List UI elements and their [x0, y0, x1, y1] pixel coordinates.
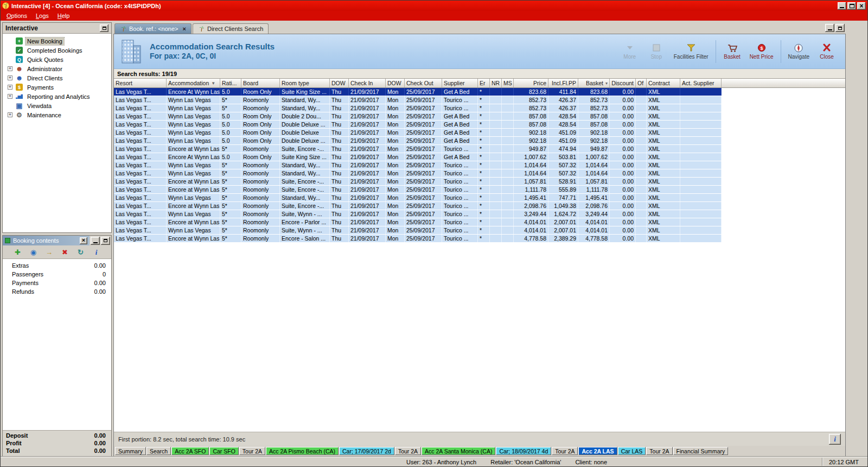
table-row-8[interactable]: Las Vegas T...Encore at Wynn Las ...5*Ro…	[114, 145, 722, 153]
column-header-board-3[interactable]: Board	[241, 79, 280, 87]
bottom-tab-acc-2a-sfo[interactable]: Acc 2A SFO	[171, 447, 209, 455]
column-header-contract-18[interactable]: Contract	[647, 79, 680, 87]
table-row-14[interactable]: Las Vegas T...Wynn Las Vegas5*RoomonlySt…	[114, 194, 722, 202]
sidebar-item-direct-clients[interactable]: +☻Direct Clients	[3, 73, 111, 83]
delete-icon[interactable]: ✖	[60, 247, 70, 257]
menu-item-logs[interactable]: Logs	[31, 12, 53, 20]
table-row-6[interactable]: Las Vegas T...Wynn Las Vegas5.0Room Only…	[114, 129, 722, 137]
bottom-tab-car-sfo[interactable]: Car SFO	[209, 447, 238, 455]
column-header-room-type-4[interactable]: Room type	[280, 79, 330, 87]
close-button[interactable]: ×	[857, 2, 866, 10]
close-booking-panel-button[interactable]: ×	[80, 237, 87, 244]
globe-icon[interactable]: ◉	[29, 247, 39, 257]
table-row-18[interactable]: Las Vegas T...Wynn Las Vegas5*RoomonlySu…	[114, 226, 722, 235]
mdi-restore-button[interactable]	[835, 24, 845, 32]
bottom-tab-car-17-09-2017-2d[interactable]: Car; 17/09/2017 2d	[339, 447, 394, 455]
table-row-12[interactable]: Las Vegas T...Encore at Wynn Las ...5*Ro…	[114, 178, 722, 186]
tab-book-ref-none[interactable]: Book. ref.: <none>×	[114, 23, 192, 34]
column-header-act-supplier-19[interactable]: Act. Supplier	[680, 79, 722, 87]
nett-price-button[interactable]: $Nett Price	[747, 41, 776, 61]
minimize-button[interactable]	[838, 2, 846, 10]
column-header-er-10[interactable]: Er	[478, 79, 490, 87]
booking-content-row-payments[interactable]: Payments0.00	[3, 279, 111, 287]
bottom-tab-summary[interactable]: Summary	[115, 447, 146, 455]
expand-icon[interactable]: +	[8, 75, 12, 80]
refresh-icon[interactable]: ↻	[76, 247, 86, 257]
column-header-incl-fl-pp-14[interactable]: Incl.Fl.PP	[548, 79, 578, 87]
bottom-tab-financial-summary[interactable]: Financial Summary	[673, 447, 729, 455]
bottom-tab-tour-2a[interactable]: Tour 2A	[552, 447, 578, 455]
column-header-of-17[interactable]: Of	[636, 79, 647, 87]
booking-content-row-refunds[interactable]: Refunds0.00	[3, 287, 111, 296]
close-button[interactable]: Close	[815, 41, 839, 61]
column-header-rati-2[interactable]: Rati...	[220, 79, 241, 87]
expand-icon[interactable]: +	[8, 66, 12, 71]
column-header-accommodation-1[interactable]: Accommodation▼	[167, 79, 220, 87]
expand-icon[interactable]: +	[8, 112, 12, 117]
sidebar-item-completed-bookings[interactable]: ✓Completed Bookings	[3, 46, 111, 55]
restore-booking-panel-button[interactable]	[101, 237, 110, 245]
bottom-tab-acc-2a-las[interactable]: Acc 2A LAS	[578, 447, 617, 455]
booking-content-row-passengers[interactable]: Passengers0	[3, 270, 111, 279]
bottom-tab-search[interactable]: Search	[146, 447, 171, 455]
sidebar-item-quick-quotes[interactable]: QQuick Quotes	[3, 55, 111, 64]
table-row-17[interactable]: Las Vegas T...Encore at Wynn Las ...5*Ro…	[114, 218, 722, 226]
column-header-price-13[interactable]: Price	[514, 79, 548, 87]
info-button[interactable]: i	[829, 434, 841, 445]
close-tab-icon[interactable]: ×	[183, 26, 186, 32]
bottom-tab-acc-2a-santa-monica-ca[interactable]: Acc 2A Santa Monica (CA)	[422, 447, 495, 455]
column-header-dow-5[interactable]: DOW	[330, 79, 349, 87]
table-row-2[interactable]: Las Vegas T...Wynn Las Vegas5*RoomonlySt…	[114, 96, 722, 104]
expand-icon[interactable]: +	[8, 85, 12, 90]
tab-direct-clients-search[interactable]: Direct Clients Search	[193, 23, 269, 34]
minimize-booking-panel-button[interactable]	[91, 237, 100, 245]
bottom-tab-tour-2a[interactable]: Tour 2A	[239, 447, 265, 455]
sidebar-item-administrator[interactable]: +☻Administrator	[3, 64, 111, 73]
bottom-tab-car-18-09-2017-4d[interactable]: Car; 18/09/2017 4d	[496, 447, 551, 455]
column-header-dow-7[interactable]: DOW	[386, 79, 405, 87]
table-row-10[interactable]: Las Vegas T...Wynn Las Vegas5*RoomonlySt…	[114, 161, 722, 169]
table-row-5[interactable]: Las Vegas T...Wynn Las Vegas5.0Room Only…	[114, 121, 722, 129]
column-header-nr-11[interactable]: NR	[490, 79, 502, 87]
info-icon[interactable]: i	[92, 247, 101, 257]
table-row-1[interactable]: Las Vegas T...Encore At Wynn Las ...5.0R…	[114, 88, 722, 96]
column-header-check-out-8[interactable]: Check Out	[405, 79, 442, 87]
table-row-16[interactable]: Las Vegas T...Wynn Las Vegas5*RoomonlySu…	[114, 210, 722, 218]
bottom-tab-acc-2a-pismo-beach-ca[interactable]: Acc 2A Pismo Beach (CA)	[266, 447, 339, 455]
facilities-filter-button[interactable]: Facilities Filter	[671, 41, 711, 61]
table-row-19[interactable]: Las Vegas T...Encore at Wynn Las ...5*Ro…	[114, 235, 722, 243]
menu-item-options[interactable]: Options	[2, 12, 31, 20]
sidebar-item-maintenance[interactable]: +⚙Maintenance	[3, 110, 111, 119]
table-row-3[interactable]: Las Vegas T...Wynn Las Vegas5*RoomonlySt…	[114, 104, 722, 112]
table-row-11[interactable]: Las Vegas T...Wynn Las Vegas5*RoomonlySt…	[114, 169, 722, 178]
collapse-panel-button[interactable]	[100, 24, 108, 32]
export-icon[interactable]: →	[44, 247, 54, 257]
column-header-discount-16[interactable]: Discount	[610, 79, 636, 87]
sidebar-item-payments[interactable]: +$Payments	[3, 83, 111, 92]
filter-icon[interactable]: ▼	[211, 81, 215, 86]
bottom-tab-tour-2a[interactable]: Tour 2A	[395, 447, 421, 455]
navigate-button[interactable]: Navigate	[786, 41, 812, 61]
mdi-minimize-button[interactable]	[825, 24, 834, 32]
table-row-7[interactable]: Las Vegas T...Wynn Las Vegas5.0Room Only…	[114, 137, 722, 145]
menu-item-help[interactable]: Help	[53, 12, 74, 20]
add-icon[interactable]: ✚	[13, 247, 23, 257]
bottom-tab-tour-2a[interactable]: Tour 2A	[646, 447, 672, 455]
column-header-supplier-9[interactable]: Supplier	[442, 79, 478, 87]
table-row-13[interactable]: Las Vegas T...Encore at Wynn Las ...5*Ro…	[114, 186, 722, 194]
table-row-9[interactable]: Las Vegas T...Encore At Wynn Las ...5.0R…	[114, 153, 722, 161]
sidebar-item-viewdata[interactable]: ▣Viewdata	[3, 101, 111, 110]
column-header-resort-0[interactable]: Resort	[114, 79, 167, 87]
maximize-button[interactable]	[847, 2, 856, 10]
table-row-4[interactable]: Las Vegas T...Wynn Las Vegas5.0Room Only…	[114, 112, 722, 121]
column-header-basket-15[interactable]: Basket▾	[578, 79, 610, 87]
sidebar-item-reporting-and-analytics[interactable]: +▂▅▇Reporting and Analytics	[3, 92, 111, 101]
basket-button[interactable]: Basket	[720, 41, 744, 61]
table-row-15[interactable]: Las Vegas T...Encore at Wynn Las ...5*Ro…	[114, 202, 722, 210]
booking-content-row-extras[interactable]: Extras0.00	[3, 261, 111, 270]
column-header-check-in-6[interactable]: Check In	[349, 79, 386, 87]
column-header-ms-12[interactable]: MS	[502, 79, 514, 87]
bottom-tab-car-las[interactable]: Car LAS	[618, 447, 646, 455]
sidebar-item-new-booking[interactable]: +New Booking	[3, 36, 111, 46]
expand-icon[interactable]: +	[8, 94, 12, 99]
